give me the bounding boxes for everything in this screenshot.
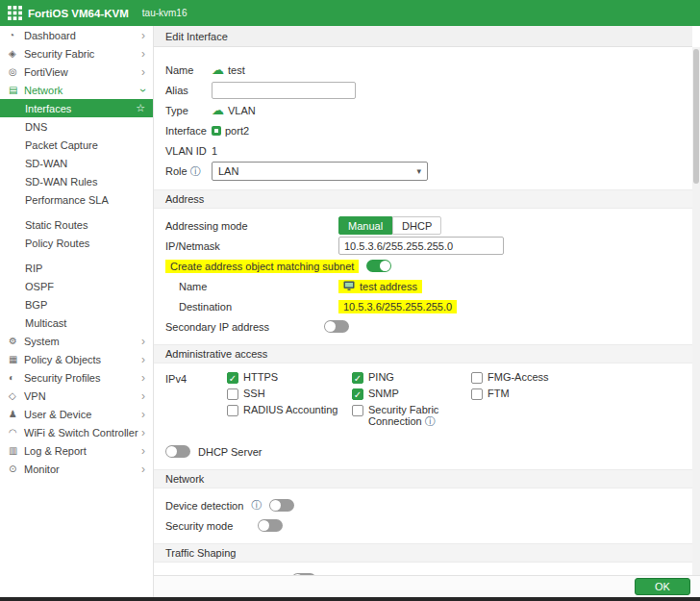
sidebar-item-user-device[interactable]: ♟ User & Device › — [0, 405, 153, 423]
create-address-object-toggle[interactable] — [366, 260, 391, 272]
sidebar-item-label: DNS — [25, 121, 47, 133]
sidebar-item-dns[interactable]: DNS — [0, 117, 153, 136]
chevron-right-icon: › — [141, 336, 145, 347]
sidebar-item-sd-wan[interactable]: SD-WAN — [0, 154, 153, 172]
addressing-mode-label: Addressing mode — [165, 220, 338, 232]
page-title: Edit Interface — [154, 26, 692, 47]
vlan-id-value: 1 — [212, 145, 217, 157]
checkbox-label: RADIUS Accounting — [243, 404, 338, 415]
role-select[interactable]: LAN ▾ — [212, 162, 428, 181]
info-icon[interactable]: ⓘ — [425, 415, 436, 427]
sidebar-item-static-routes[interactable]: Static Routes — [0, 215, 153, 234]
checkbox-icon[interactable] — [352, 388, 363, 400]
checkbox-ssh[interactable]: SSH — [227, 388, 352, 400]
sidebar-item-security-fabric[interactable]: ◈ Security Fabric › — [0, 44, 153, 63]
sidebar-item-bgp[interactable]: BGP — [0, 295, 153, 313]
chevron-right-icon: › — [141, 445, 145, 457]
sidebar-item-label: Static Routes — [25, 219, 88, 231]
checkbox-icon[interactable] — [227, 372, 238, 384]
address-object-name-label: Name — [179, 281, 338, 292]
checkbox-radius-accounting[interactable]: RADIUS Accounting — [227, 404, 352, 416]
role-label: Role ⓘ — [165, 165, 212, 177]
type-value: VLAN — [228, 105, 256, 116]
checkbox-fmg-access[interactable]: FMG-Access — [471, 371, 596, 384]
sidebar-item-log-report[interactable]: ▥ Log & Report › — [0, 441, 153, 460]
favorite-star-icon[interactable]: ☆ — [136, 102, 145, 114]
ipv4-label: IPv4 — [165, 371, 227, 385]
checkbox-icon[interactable] — [471, 372, 483, 384]
sidebar-item-system[interactable]: ⚙ System › — [0, 332, 153, 350]
sidebar-item-label: Log & Report — [24, 445, 87, 457]
dhcp-server-toggle[interactable] — [165, 445, 190, 458]
fortiview-icon: ◎ — [9, 66, 24, 77]
sidebar-item-label: RIP — [25, 263, 42, 274]
sidebar-item-dashboard[interactable]: ◔ Dashboard › — [0, 26, 153, 44]
checkbox-icon[interactable] — [227, 405, 238, 416]
create-address-object-label: Create address object matching subnet — [165, 260, 359, 273]
sidebar-item-rip[interactable]: RIP — [0, 259, 153, 277]
sidebar-item-packet-capture[interactable]: Packet Capture — [0, 136, 153, 154]
log-report-icon: ▥ — [9, 445, 24, 456]
checkbox-icon[interactable] — [352, 372, 363, 384]
sidebar-item-network[interactable]: ▤ Network › — [0, 81, 153, 99]
policy-objects-icon: ▦ — [9, 354, 24, 364]
sidebar-item-label: Performance SLA — [25, 194, 109, 206]
name-label: Name — [165, 64, 212, 76]
sidebar-item-ospf[interactable]: OSPF — [0, 277, 153, 295]
type-label: Type — [165, 105, 212, 116]
info-icon[interactable]: ⓘ — [251, 500, 262, 511]
chevron-right-icon: › — [141, 427, 145, 438]
checkbox-icon[interactable] — [471, 388, 483, 400]
scrollbar[interactable] — [692, 47, 700, 579]
sidebar-item-label: VPN — [24, 390, 46, 402]
sidebar-item-policy-routes[interactable]: Policy Routes — [0, 234, 153, 252]
sidebar-item-security-profiles[interactable]: ◐ Security Profiles › — [0, 368, 153, 387]
checkbox-https[interactable]: HTTPS — [227, 371, 352, 384]
section-header-admin-access: Administrative access — [154, 344, 692, 363]
checkbox-label: PING — [368, 371, 394, 383]
checkbox-ping[interactable]: PING — [352, 371, 471, 384]
address-object-name-value: test address — [360, 281, 417, 292]
ip-netmask-input[interactable] — [338, 237, 504, 255]
checkbox-icon[interactable] — [352, 405, 363, 416]
secondary-ip-label: Secondary IP address — [165, 321, 324, 333]
checkbox-icon[interactable] — [227, 388, 238, 400]
sidebar-item-multicast[interactable]: Multicast — [0, 313, 153, 332]
role-label-text: Role — [165, 165, 188, 177]
section-header-address: Address — [154, 189, 692, 209]
checkbox-ftm[interactable]: FTM — [471, 388, 596, 400]
scrollbar-thumb[interactable] — [693, 49, 699, 184]
sidebar-item-monitor[interactable]: ⊙ Monitor › — [0, 460, 153, 478]
app-title: FortiOS VM64-KVM — [28, 8, 129, 19]
sidebar-item-performance-sla[interactable]: Performance SLA — [0, 190, 153, 209]
ok-button[interactable]: OK — [635, 578, 690, 595]
top-bar: FortiOS VM64-KVM tau-kvm16 — [0, 0, 700, 26]
sidebar-item-vpn[interactable]: ◇ VPN › — [0, 387, 153, 405]
sidebar-nav: ◔ Dashboard › ◈ Security Fabric › ◎ Fort… — [0, 26, 154, 601]
sidebar-item-label: Network — [24, 85, 62, 96]
sidebar-item-wifi-switch-controller[interactable]: ◠ WiFi & Switch Controller › — [0, 423, 153, 441]
security-fabric-icon: ◈ — [9, 48, 24, 59]
checkbox-label: FTM — [488, 388, 510, 399]
checkbox-security-fabric-connection[interactable]: Security Fabric Connection ⓘ — [352, 404, 471, 427]
alias-input[interactable] — [212, 82, 356, 99]
port-icon — [212, 126, 221, 136]
sidebar-item-sd-wan-rules[interactable]: SD-WAN Rules — [0, 172, 153, 190]
secondary-ip-toggle[interactable] — [324, 320, 349, 333]
addressing-mode-manual-button[interactable]: Manual — [338, 216, 392, 235]
device-detection-toggle[interactable] — [269, 499, 294, 512]
addressing-mode-dhcp-button[interactable]: DHCP — [392, 216, 441, 235]
sidebar-item-label: Dashboard — [24, 30, 76, 41]
sidebar-item-fortiview[interactable]: ◎ FortiView › — [0, 63, 153, 81]
sidebar-item-label: Monitor — [24, 463, 60, 475]
sidebar-item-policy-objects[interactable]: ▦ Policy & Objects › — [0, 350, 153, 368]
address-object-destination-label: Destination — [179, 301, 338, 313]
dropdown-arrow-icon: ▾ — [416, 166, 421, 176]
checkbox-snmp[interactable]: SNMP — [352, 388, 471, 400]
user-device-icon: ♟ — [9, 409, 24, 419]
info-icon[interactable]: ⓘ — [190, 166, 201, 177]
sidebar-item-interfaces[interactable]: Interfaces ☆ — [0, 99, 153, 117]
security-mode-toggle[interactable] — [258, 519, 283, 532]
sidebar-item-label: Policy Routes — [25, 238, 89, 249]
sidebar-item-label: OSPF — [25, 281, 54, 292]
